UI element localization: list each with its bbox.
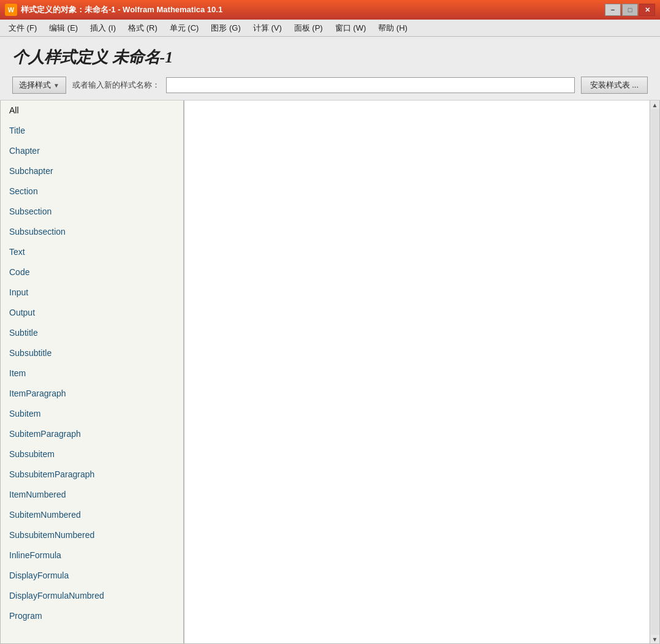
menu-item-格式[interactable]: 格式 (R) (122, 21, 164, 35)
menu-item-插入[interactable]: 插入 (I) (84, 21, 122, 35)
list-item-subitem[interactable]: Subitem (1, 404, 183, 424)
menu-item-面板[interactable]: 面板 (P) (288, 21, 329, 35)
title-bar: W 样式定义的对象：未命名-1 - Wolfram Mathematica 10… (0, 0, 660, 20)
minimize-button[interactable]: − (605, 4, 621, 16)
style-dropdown-list: AllTitleChapterSubchapterSectionSubsecti… (0, 100, 184, 644)
list-item-subsubitemparagraph[interactable]: SubsubitemParagraph (1, 464, 183, 485)
scrollbar[interactable]: ▲ ▼ (650, 100, 659, 643)
list-item-section[interactable]: Section (1, 181, 183, 202)
maximize-button[interactable]: □ (622, 4, 638, 16)
scroll-track[interactable] (651, 109, 659, 635)
list-item-displayformula[interactable]: DisplayFormula (1, 566, 183, 586)
list-item-inlineformula[interactable]: InlineFormula (1, 545, 183, 566)
menu-item-计算[interactable]: 计算 (V) (247, 21, 288, 35)
list-item-subsubtitle[interactable]: Subsubtitle (1, 343, 183, 363)
list-item-subitemparagraph[interactable]: SubitemParagraph (1, 424, 183, 444)
window-title: 样式定义的对象：未命名-1 - Wolfram Mathematica 10.1 (21, 4, 605, 15)
menu-bar: 文件 (F)编辑 (E)插入 (I)格式 (R)单元 (C)图形 (G)计算 (… (0, 20, 660, 37)
list-item-subsubitemnumbered[interactable]: SubsubitemNumbered (1, 525, 183, 545)
list-item-chapter[interactable]: Chapter (1, 141, 183, 161)
list-item-output[interactable]: Output (1, 303, 183, 323)
install-stylesheet-button[interactable]: 安装样式表 ... (581, 77, 648, 94)
scroll-down-arrow[interactable]: ▼ (651, 635, 659, 643)
menu-item-帮助[interactable]: 帮助 (H) (372, 21, 414, 35)
list-item-code[interactable]: Code (1, 262, 183, 282)
dropdown-arrow-icon: ▼ (53, 82, 59, 89)
list-item-itemparagraph[interactable]: ItemParagraph (1, 384, 183, 404)
scroll-up-arrow[interactable]: ▲ (651, 100, 659, 109)
right-content-panel: ▲ ▼ (184, 100, 660, 644)
style-name-input[interactable] (166, 77, 575, 93)
list-item-displayformulanumbred[interactable]: DisplayFormulaNumbred (1, 586, 183, 606)
menu-item-单元[interactable]: 单元 (C) (164, 21, 205, 35)
close-button[interactable]: ✕ (639, 4, 655, 16)
menu-item-编辑[interactable]: 编辑 (E) (43, 21, 84, 35)
list-item-title[interactable]: Title (1, 121, 183, 141)
list-item-input[interactable]: Input (1, 282, 183, 303)
content-area: AllTitleChapterSubchapterSectionSubsecti… (0, 100, 660, 644)
main-window: 个人样式定义 未命名-1 选择样式 ▼ 或者输入新的样式名称： 安装样式表 ..… (0, 37, 660, 644)
menu-item-文件[interactable]: 文件 (F) (2, 21, 43, 35)
list-item-program[interactable]: Program (1, 606, 183, 626)
app-icon: W (5, 4, 17, 16)
list-item-subsection[interactable]: Subsection (1, 202, 183, 222)
list-item-subsubsection[interactable]: Subsubsection (1, 222, 183, 242)
list-item-subtitle[interactable]: Subtitle (1, 323, 183, 343)
header-area: 个人样式定义 未命名-1 选择样式 ▼ 或者输入新的样式名称： 安装样式表 ..… (0, 37, 660, 100)
style-select-button[interactable]: 选择样式 ▼ (12, 77, 66, 94)
list-item-text[interactable]: Text (1, 242, 183, 262)
menu-item-窗口[interactable]: 窗口 (W) (329, 21, 373, 35)
page-title: 个人样式定义 未命名-1 (12, 47, 648, 68)
toolbar-row: 选择样式 ▼ 或者输入新的样式名称： 安装样式表 ... (12, 77, 648, 94)
list-item-item[interactable]: Item (1, 363, 183, 384)
style-name-label: 或者输入新的样式名称： (72, 80, 160, 91)
list-item-subsubitem[interactable]: Subsubitem (1, 444, 183, 464)
list-item-subchapter[interactable]: Subchapter (1, 161, 183, 181)
window-controls[interactable]: − □ ✕ (605, 4, 655, 16)
menu-item-图形[interactable]: 图形 (G) (205, 21, 246, 35)
style-select-label: 选择样式 (19, 80, 51, 91)
list-item-itemnumbered[interactable]: ItemNumbered (1, 485, 183, 505)
list-item-all[interactable]: All (1, 100, 183, 121)
list-item-subitemnumbered[interactable]: SubitemNumbered (1, 505, 183, 525)
